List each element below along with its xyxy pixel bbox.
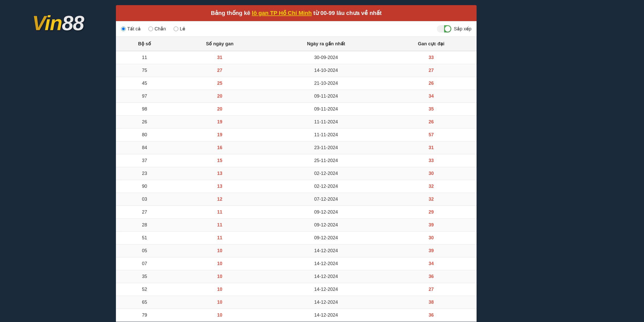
toggle-container: Sắp xếp xyxy=(437,25,471,32)
cell-bo-so: 05 xyxy=(116,244,173,257)
table-row: 371525-11-202433 xyxy=(116,154,477,167)
table-row: 231302-12-202430 xyxy=(116,167,477,180)
cell-gan-cuc-dai: 36 xyxy=(386,309,477,322)
cell-so-ngay-gan: 11 xyxy=(173,219,266,232)
col-header-gan-cuc-dai: Gan cực đại xyxy=(386,37,477,51)
table-row: 511109-12-202430 xyxy=(116,232,477,244)
sort-toggle[interactable] xyxy=(437,25,451,32)
logo-text: Vin88 xyxy=(32,13,84,33)
table-row: 281109-12-202439 xyxy=(116,219,477,232)
data-table: Bộ số Số ngày gan Ngày ra gần nhất Gan c… xyxy=(116,37,477,322)
cell-bo-so: 98 xyxy=(116,103,173,116)
table-row: 271109-12-202429 xyxy=(116,206,477,219)
cell-gan-cuc-dai: 30 xyxy=(386,167,477,180)
sidebar: Vin88 xyxy=(0,5,116,211)
cell-gan-cuc-dai: 39 xyxy=(386,219,477,232)
cell-bo-so: 07 xyxy=(116,257,173,270)
filter-even-radio[interactable] xyxy=(148,27,153,31)
cell-ngay-ra: 14-12-2024 xyxy=(266,270,386,283)
cell-ngay-ra: 09-11-2024 xyxy=(266,90,386,103)
cell-so-ngay-gan: 10 xyxy=(173,309,266,322)
cell-gan-cuc-dai: 34 xyxy=(386,257,477,270)
cell-gan-cuc-dai: 39 xyxy=(386,244,477,257)
cell-gan-cuc-dai: 27 xyxy=(386,283,477,296)
table-row: 901302-12-202432 xyxy=(116,180,477,193)
table-row: 521014-12-202427 xyxy=(116,283,477,296)
title-link[interactable]: lô gan TP Hồ Chí Minh xyxy=(252,10,312,16)
filter-odd[interactable]: Lẻ xyxy=(174,26,185,32)
cell-so-ngay-gan: 15 xyxy=(173,154,266,167)
cell-bo-so: 52 xyxy=(116,283,173,296)
cell-gan-cuc-dai: 57 xyxy=(386,129,477,141)
cell-so-ngay-gan: 11 xyxy=(173,206,266,219)
cell-bo-so: 35 xyxy=(116,270,173,283)
cell-ngay-ra: 25-11-2024 xyxy=(266,154,386,167)
cell-gan-cuc-dai: 34 xyxy=(386,90,477,103)
cell-so-ngay-gan: 13 xyxy=(173,180,266,193)
cell-ngay-ra: 14-10-2024 xyxy=(266,64,386,77)
table-row: 651014-12-202438 xyxy=(116,296,477,309)
filter-even[interactable]: Chẵn xyxy=(148,26,166,32)
cell-bo-so: 97 xyxy=(116,90,173,103)
cell-gan-cuc-dai: 29 xyxy=(386,206,477,219)
col-header-ngay-ra: Ngày ra gần nhất xyxy=(266,37,386,51)
cell-ngay-ra: 14-12-2024 xyxy=(266,283,386,296)
cell-so-ngay-gan: 10 xyxy=(173,296,266,309)
cell-so-ngay-gan: 11 xyxy=(173,232,266,244)
main-content: Bảng thống kê lô gan TP Hồ Chí Minh từ 0… xyxy=(116,5,477,322)
filter-odd-radio[interactable] xyxy=(174,27,178,31)
cell-bo-so: 80 xyxy=(116,129,173,141)
cell-bo-so: 23 xyxy=(116,167,173,180)
table-row: 791014-12-202436 xyxy=(116,309,477,322)
cell-ngay-ra: 09-12-2024 xyxy=(266,206,386,219)
table-row: 051014-12-202439 xyxy=(116,244,477,257)
cell-bo-so: 79 xyxy=(116,309,173,322)
cell-ngay-ra: 30-09-2024 xyxy=(266,51,386,64)
table-row: 113130-09-202433 xyxy=(116,51,477,64)
cell-ngay-ra: 23-11-2024 xyxy=(266,141,386,154)
filter-all[interactable]: Tất cả xyxy=(121,26,141,32)
cell-so-ngay-gan: 19 xyxy=(173,129,266,141)
cell-so-ngay-gan: 13 xyxy=(173,167,266,180)
cell-so-ngay-gan: 10 xyxy=(173,244,266,257)
table-row: 801911-11-202457 xyxy=(116,129,477,141)
cell-ngay-ra: 02-12-2024 xyxy=(266,180,386,193)
title-bar: Bảng thống kê lô gan TP Hồ Chí Minh từ 0… xyxy=(116,5,477,21)
table-row: 972009-11-202434 xyxy=(116,90,477,103)
cell-bo-so: 11 xyxy=(116,51,173,64)
cell-ngay-ra: 14-12-2024 xyxy=(266,257,386,270)
table-row: 841623-11-202431 xyxy=(116,141,477,154)
cell-so-ngay-gan: 20 xyxy=(173,90,266,103)
cell-so-ngay-gan: 10 xyxy=(173,270,266,283)
radio-group: Tất cả Chẵn Lẻ xyxy=(121,26,185,32)
cell-gan-cuc-dai: 36 xyxy=(386,270,477,283)
cell-bo-so: 28 xyxy=(116,219,173,232)
cell-gan-cuc-dai: 27 xyxy=(386,64,477,77)
cell-so-ngay-gan: 16 xyxy=(173,141,266,154)
title-prefix: Bảng thống kê xyxy=(211,10,252,16)
cell-ngay-ra: 09-11-2024 xyxy=(266,103,386,116)
table-row: 982009-11-202435 xyxy=(116,103,477,116)
cell-so-ngay-gan: 12 xyxy=(173,193,266,206)
cell-so-ngay-gan: 20 xyxy=(173,103,266,116)
cell-gan-cuc-dai: 35 xyxy=(386,103,477,116)
cell-bo-so: 26 xyxy=(116,116,173,129)
cell-ngay-ra: 09-12-2024 xyxy=(266,232,386,244)
cell-gan-cuc-dai: 33 xyxy=(386,51,477,64)
sort-toggle-label: Sắp xếp xyxy=(454,26,471,32)
filter-odd-label: Lẻ xyxy=(180,26,185,32)
cell-gan-cuc-dai: 32 xyxy=(386,193,477,206)
cell-bo-so: 37 xyxy=(116,154,173,167)
cell-ngay-ra: 07-12-2024 xyxy=(266,193,386,206)
cell-ngay-ra: 14-12-2024 xyxy=(266,309,386,322)
cell-so-ngay-gan: 27 xyxy=(173,64,266,77)
table-header-row: Bộ số Số ngày gan Ngày ra gần nhất Gan c… xyxy=(116,37,477,51)
cell-gan-cuc-dai: 38 xyxy=(386,296,477,309)
col-header-so-ngay-gan: Số ngày gan xyxy=(173,37,266,51)
cell-gan-cuc-dai: 30 xyxy=(386,232,477,244)
table-row: 031207-12-202432 xyxy=(116,193,477,206)
cell-gan-cuc-dai: 31 xyxy=(386,141,477,154)
cell-bo-so: 75 xyxy=(116,64,173,77)
filter-all-radio[interactable] xyxy=(121,27,126,31)
cell-gan-cuc-dai: 26 xyxy=(386,116,477,129)
